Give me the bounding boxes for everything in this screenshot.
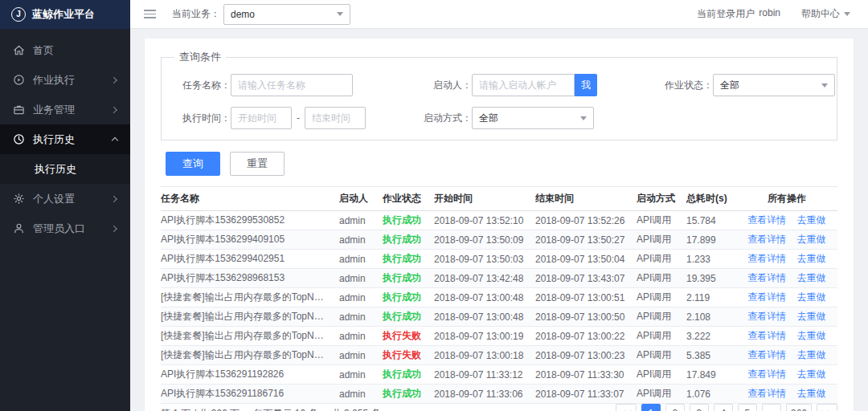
view-details-link[interactable]: 查看详情 <box>747 349 786 360</box>
table-header: 任务名称 启动人 作业状态 开始时间 结束时间 启动方式 总耗时(s) 所有操作 <box>161 187 837 211</box>
view-details-link[interactable]: 查看详情 <box>747 291 786 303</box>
view-details-link[interactable]: 查看详情 <box>747 388 786 399</box>
sidebar-item-job-execution[interactable]: 作业执行 <box>0 65 130 95</box>
search-button[interactable]: 查询 <box>166 152 220 176</box>
view-details-link[interactable]: 查看详情 <box>747 311 786 322</box>
help-center-menu[interactable]: 帮助中心 <box>801 7 850 21</box>
pager-ellipsis[interactable]: ... <box>762 404 781 411</box>
pager-next-button[interactable]: >> <box>817 404 837 411</box>
task-name-input[interactable] <box>231 74 353 96</box>
person-icon <box>13 222 25 234</box>
view-details-link[interactable]: 查看详情 <box>747 234 786 245</box>
sidebar-item-home[interactable]: 首页 <box>0 35 130 65</box>
job-status-cell: 执行成功 <box>383 368 434 381</box>
starter-cell: admin <box>339 215 383 226</box>
duration-cell: 1.076 <box>686 389 736 400</box>
job-status-cell: 执行成功 <box>383 233 434 246</box>
end-time-cell: 2018-09-07 13:00:51 <box>535 292 637 303</box>
top-header: J 蓝鲸作业平台 当前业务： demo 当前登录用户 robin 帮助中心 <box>0 0 868 29</box>
page-size-info: 每页显示 10 条 <box>253 408 317 411</box>
business-select[interactable]: demo <box>223 4 350 25</box>
sidebar-item-personal-settings[interactable]: 个人设置 <box>0 184 130 214</box>
chevron-down-icon <box>337 12 343 16</box>
sidebar-item-label: 业务管理 <box>33 103 75 117</box>
task-name-cell: API执行脚本1536291192826 <box>161 368 339 381</box>
starter-cell: admin <box>339 311 383 323</box>
pager-page-button-3[interactable]: 3 <box>690 404 709 411</box>
query-conditions-title: 查询条件 <box>174 50 226 64</box>
view-details-link[interactable]: 查看详情 <box>747 368 786 380</box>
end-time-input[interactable] <box>305 107 366 129</box>
execution-history-icon <box>13 133 25 145</box>
job-status-value: 全部 <box>720 79 739 92</box>
operations-cell: 查看详情 去重做 <box>736 214 837 227</box>
starter-cell: admin <box>339 350 383 361</box>
launch-mode-value: 全部 <box>479 112 498 125</box>
task-name-cell: API执行脚本1536299530852 <box>161 214 339 227</box>
exec-time-label: 执行时间： <box>166 112 231 125</box>
pager-page-button-2[interactable]: 2 <box>665 404 685 411</box>
task-name-cell: API执行脚本1536298968153 <box>161 271 339 285</box>
redo-link[interactable]: 去重做 <box>797 234 826 245</box>
end-time-cell: 2018-09-07 13:00:22 <box>535 331 637 342</box>
redo-link[interactable]: 去重做 <box>797 311 826 322</box>
me-button[interactable]: 我 <box>575 74 597 96</box>
column-job-status: 作业状态 <box>383 192 434 206</box>
redo-link[interactable]: 去重做 <box>797 253 826 264</box>
view-details-link[interactable]: 查看详情 <box>747 330 786 341</box>
sidebar-item-execution-history[interactable]: 执行历史 <box>0 124 130 154</box>
main-content: 查询条件 任务名称： 启动人： 我 作业状态： 全部 <box>130 29 868 411</box>
task-name-cell: API执行脚本1536299409105 <box>161 233 339 246</box>
chevron-up-icon <box>113 136 117 143</box>
start-time-input[interactable] <box>231 107 292 129</box>
redo-link[interactable]: 去重做 <box>797 330 826 341</box>
task-name-cell: [快捷套餐]输出占用内存最多的TopN进程 <box>161 348 339 362</box>
end-time-cell: 2018-09-07 13:00:50 <box>535 311 637 323</box>
end-time-cell: 2018-09-07 13:50:04 <box>535 254 637 265</box>
redo-link[interactable]: 去重做 <box>797 214 826 226</box>
redo-link[interactable]: 去重做 <box>797 388 826 399</box>
view-details-link[interactable]: 查看详情 <box>747 272 786 283</box>
redo-link[interactable]: 去重做 <box>797 349 826 360</box>
sidebar-item-business-management[interactable]: 业务管理 <box>0 95 130 124</box>
pager-page-button-366[interactable]: 366 <box>786 404 812 411</box>
redo-link[interactable]: 去重做 <box>797 272 826 283</box>
launch-mode-cell: API调用 <box>637 368 686 381</box>
home-icon <box>13 44 25 56</box>
task-name-cell: [快捷套餐]输出占用内存最多的TopN进程 <box>161 310 339 324</box>
sidebar-item-admin-entry[interactable]: 管理员入口 <box>0 214 130 243</box>
start-time-cell: 2018-09-07 13:00:19 <box>434 331 535 342</box>
view-details-link[interactable]: 查看详情 <box>747 214 786 226</box>
launch-mode-select[interactable]: 全部 <box>472 107 594 129</box>
pager-page-button-5[interactable]: 5 <box>738 404 757 411</box>
job-status-cell: 执行失败 <box>383 348 434 362</box>
launch-mode-cell: API调用 <box>637 329 686 343</box>
sidebar-subitem-execution-history[interactable]: 执行历史 <box>0 154 130 184</box>
chevron-down-icon <box>844 12 850 16</box>
login-user-label: 当前登录用户 <box>697 7 755 21</box>
operations-cell: 查看详情 去重做 <box>736 348 837 362</box>
login-user: 当前登录用户 robin <box>697 7 780 21</box>
pagination-info: 第 1 页 / 共 366 页 每页显示 10 条 共 3,655 条 <box>161 407 391 411</box>
end-time-cell: 2018-09-07 13:00:23 <box>535 350 637 361</box>
starter-input[interactable] <box>472 74 575 96</box>
pager-prev-button[interactable]: << <box>616 404 637 411</box>
job-status-select[interactable]: 全部 <box>713 74 835 96</box>
pager-page-button-4[interactable]: 4 <box>714 404 733 411</box>
content-card: 查询条件 任务名称： 启动人： 我 作业状态： 全部 <box>145 39 854 411</box>
column-start-time: 开始时间 <box>434 192 535 206</box>
menu-toggle-icon[interactable] <box>141 6 159 22</box>
launch-mode-cell: API调用 <box>637 348 686 362</box>
redo-link[interactable]: 去重做 <box>797 368 826 380</box>
table-row: [快捷套餐]输出占用内存最多的TopN进程 admin 执行失败 2018-09… <box>161 346 837 365</box>
chevron-right-icon <box>113 108 117 112</box>
redo-link[interactable]: 去重做 <box>797 291 826 303</box>
view-details-link[interactable]: 查看详情 <box>747 253 786 264</box>
job-status-cell: 执行成功 <box>383 252 434 266</box>
task-name-cell: [快捷套餐]输出占用内存最多的TopN进程 <box>161 329 339 343</box>
reset-button[interactable]: 重置 <box>230 152 285 176</box>
starter-label: 启动人： <box>407 79 472 92</box>
pager-page-button-1[interactable]: 1 <box>641 404 661 411</box>
login-user-name: robin <box>759 7 780 21</box>
starter-cell: admin <box>339 331 383 342</box>
